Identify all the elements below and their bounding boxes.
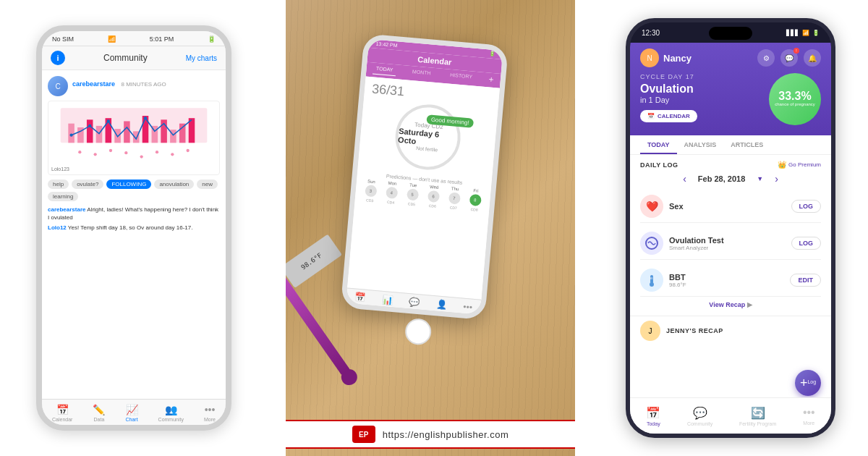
gear-icon[interactable]: ⚙ <box>757 49 775 67</box>
tag-new[interactable]: new <box>197 180 218 189</box>
info-icon[interactable]: i <box>51 51 65 65</box>
phone3-cycle-day-label: CYCLE DAY 17 <box>640 73 697 80</box>
date-dropdown-arrow[interactable]: ▼ <box>757 175 763 182</box>
phone3-ovulation-test-item: Ovulation Test Smart Analyzer LOG <box>640 227 821 260</box>
phone3-daily-log: DAILY LOG 👑 Go Premium ‹ Feb 28, 2018 ▼ … <box>630 155 831 316</box>
phone2-home-button[interactable] <box>404 318 433 346</box>
phone1-carrier: No SIM <box>52 35 74 43</box>
phone1-chart-area: Lolo123 <box>48 101 220 175</box>
phone2-add-btn[interactable]: + <box>488 74 494 85</box>
phone3-time: 12:30 <box>642 29 660 37</box>
phone2-tab-history[interactable]: HISTORY <box>447 70 476 83</box>
phone3-header-top: N Nancy ⚙ 💬 ! 🔔 <box>640 48 821 67</box>
post-time: 8 MINUTES AGO <box>122 81 166 88</box>
phone3-tab-articles[interactable]: ARTICLES <box>723 135 770 154</box>
svg-rect-4 <box>96 126 103 143</box>
phone2-nav-calendar-icon[interactable]: 📅 <box>354 292 366 303</box>
phone3-view-recap[interactable]: View Recap ▶ <box>640 297 821 310</box>
phone3-nav-fertility[interactable]: 🔄 Fertility Program <box>739 406 776 426</box>
svg-text:98: 98 <box>650 276 653 280</box>
phone3-pregnancy-pct: 33.3% <box>778 90 811 102</box>
phone3-log-fab[interactable]: + Log <box>795 370 821 396</box>
sex-icon-circle: ❤️ <box>640 195 663 218</box>
phone3-tab-analysis[interactable]: ANALYSIS <box>677 135 724 154</box>
chat-user-1[interactable]: carebearstare <box>48 206 85 213</box>
phone3-log-header: DAILY LOG 👑 Go Premium <box>640 161 821 169</box>
sex-log-button[interactable]: LOG <box>791 200 822 213</box>
phone3-nav-more[interactable]: ••• More <box>803 406 815 426</box>
phone3-nav-more-label: More <box>803 421 814 426</box>
phone3-nav-today-label: Today <box>647 421 660 426</box>
sex-label: Sex <box>669 202 786 211</box>
phone2-nav-profile-icon[interactable]: 👤 <box>435 299 447 310</box>
svg-point-20 <box>94 153 97 156</box>
svg-point-22 <box>124 151 127 154</box>
nav-item-more[interactable]: ••• More <box>204 404 216 422</box>
phone3-app-header: N Nancy ⚙ 💬 ! 🔔 CYCLE DAY 17 Ovulation i… <box>630 43 831 135</box>
phone2-battery: 🔋 <box>489 51 496 57</box>
phone3-bottom-nav: 📅 Today 💬 Community 🔄 Fertility Program … <box>630 397 831 434</box>
svg-point-25 <box>171 153 174 156</box>
calendar-icon: 📅 <box>56 404 69 415</box>
nav-item-data[interactable]: ✏️ Data <box>93 404 105 422</box>
phone3-tabs-row: TODAY ANALYSIS ARTICLES <box>630 135 831 155</box>
phone3-premium-btn[interactable]: 👑 Go Premium <box>778 161 821 169</box>
tag-learning[interactable]: learning <box>48 192 78 201</box>
tag-ovulate[interactable]: ovulate? <box>72 180 103 189</box>
chat-message-2: Lolo12 Yes! Temp shift day 18, so Ov aro… <box>48 224 220 232</box>
ovulation-test-log-button[interactable]: LOG <box>791 237 822 250</box>
tag-anovulation[interactable]: anovulation <box>154 180 194 189</box>
nav-item-community[interactable]: 👥 Community <box>158 404 184 422</box>
phone3-nav-community[interactable]: 💬 Community <box>687 406 712 426</box>
phone2-predictions: Predictions — don't use as results Sun 3… <box>359 172 488 213</box>
phone2-day-fri: Fri 8 CD8 <box>468 188 482 212</box>
bbt-edit-button[interactable]: EDIT <box>790 274 821 287</box>
phone2-content: 36/31 Today CD2 Saturday 6 Octo Not fert… <box>347 77 500 300</box>
phone3-nav-fertility-icon: 🔄 <box>751 406 765 420</box>
svg-point-15 <box>69 134 72 137</box>
phone3-nav-fertility-label: Fertility Program <box>739 421 776 426</box>
phone2-nav-chart-icon[interactable]: 📊 <box>381 295 393 305</box>
phone1-battery-icon: 🔋 <box>208 35 216 43</box>
tag-following[interactable]: FOLLOWING <box>106 180 151 189</box>
phone2-nav-more-icon[interactable]: ••• <box>463 302 473 313</box>
svg-point-29 <box>650 282 654 287</box>
chat-icon[interactable]: 💬 ! <box>780 49 798 67</box>
phone1-mycharts-tab[interactable]: My charts <box>186 54 217 62</box>
phone3-battery-icon: 🔋 <box>812 30 820 36</box>
bbt-icon-circle: 98 <box>640 269 663 292</box>
post-username[interactable]: carebearstare <box>72 80 115 88</box>
phone3-log-title: DAILY LOG <box>640 161 678 169</box>
phone1-mini-chart <box>51 104 216 162</box>
ep-url: https://englishpublisher.com <box>383 429 509 440</box>
phone3-tab-today[interactable]: TODAY <box>640 135 677 154</box>
phone3-status-icons: ▋▋▋ 📶 🔋 <box>786 30 820 36</box>
nav-item-calendar[interactable]: 📅 Calendar <box>52 404 72 422</box>
phone1-wrapper: No SIM 📶 5:01 PM 🔋 i Community My charts… <box>0 0 268 456</box>
svg-rect-13 <box>179 124 186 143</box>
phone3-calendar-btn-label: CALENDAR <box>658 113 690 119</box>
next-date-arrow[interactable]: › <box>775 173 778 185</box>
tag-help[interactable]: help <box>48 180 69 189</box>
prev-date-arrow[interactable]: ‹ <box>683 173 686 185</box>
bell-icon[interactable]: 🔔 <box>804 49 821 67</box>
phone2-nav-message-icon[interactable]: 💬 <box>409 297 420 308</box>
nav-label-more: More <box>204 417 216 422</box>
phone2-tab-today[interactable]: TODAY <box>373 64 396 76</box>
nav-item-chart[interactable]: 📈 Chart <box>125 404 137 422</box>
phone2-day-thu: Thu 7 CD7 <box>448 186 461 210</box>
phone3-header-icons: ⚙ 💬 ! 🔔 <box>757 49 821 67</box>
phone1-app-header: i Community My charts <box>42 46 226 70</box>
phone2-tab-month[interactable]: MONTH <box>409 67 434 80</box>
chart-author-label: Lolo123 <box>51 166 216 172</box>
svg-point-24 <box>156 151 158 153</box>
chat-user-2[interactable]: Lolo12 <box>48 224 67 231</box>
phone3-calendar-button[interactable]: 📅 CALENDAR <box>640 110 697 122</box>
phone1-community-tab[interactable]: Community <box>103 53 148 63</box>
svg-point-19 <box>78 151 81 153</box>
phone3-log-items: ❤️ Sex LOG <box>640 190 821 297</box>
phone3-nav-more-icon: ••• <box>803 406 815 419</box>
phone3-nav-today[interactable]: 📅 Today <box>646 406 660 426</box>
ovulation-test-label: Ovulation Test <box>669 236 786 245</box>
phone1-post-header: C carebearstare 8 MINUTES AGO <box>48 76 220 96</box>
